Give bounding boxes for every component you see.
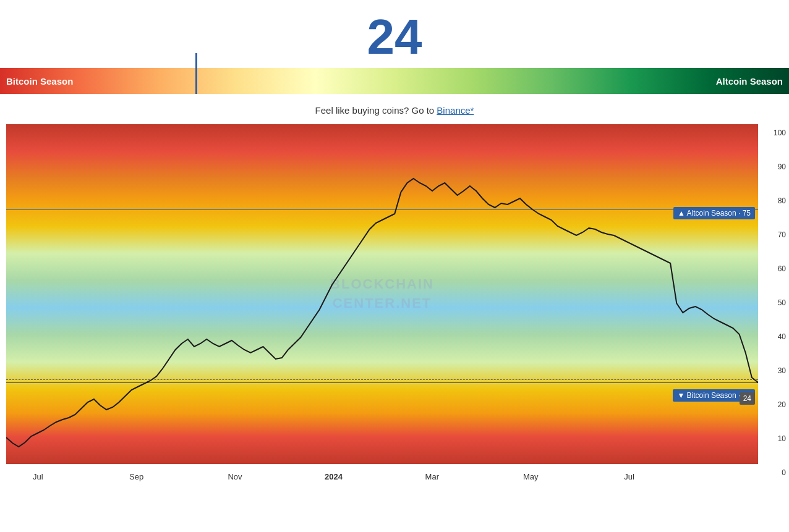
score-indicator-line [195, 53, 197, 68]
y-tick-10: 10 [778, 434, 786, 443]
promo-text: Feel like buying coins? Go to Binance* [0, 94, 789, 124]
x-axis: Jul Sep Nov 2024 Mar May Jul [0, 464, 758, 489]
y-axis: 100 90 80 70 60 50 40 30 20 10 0 [758, 124, 789, 464]
y-tick-40: 40 [778, 332, 786, 341]
score-value: 24 [0, 12, 789, 62]
x-label-sep: Sep [129, 472, 143, 481]
x-label-may: May [523, 472, 539, 481]
altcoin-season-label: Altcoin Season [716, 76, 783, 87]
bitcoin-season-label: Bitcoin Season [6, 76, 73, 87]
current-value-badge: 24 [740, 392, 755, 405]
y-tick-60: 60 [778, 264, 786, 273]
gradient-bar [0, 68, 789, 94]
x-label-jul2: Jul [624, 472, 634, 481]
y-tick-30: 30 [778, 366, 786, 375]
gradient-bar-wrapper: Bitcoin Season Altcoin Season [0, 68, 789, 94]
x-label-jul1: Jul [33, 472, 43, 481]
y-tick-80: 80 [778, 196, 786, 205]
y-tick-20: 20 [778, 400, 786, 409]
x-label-nov: Nov [228, 472, 242, 481]
y-tick-50: 50 [778, 298, 786, 307]
x-label-2024: 2024 [325, 472, 343, 481]
y-tick-90: 90 [778, 163, 786, 171]
binance-link[interactable]: Binance* [437, 105, 474, 116]
altcoin-season-badge: ▲ Altcoin Season · 75 [673, 207, 755, 219]
y-tick-0: 0 [782, 468, 786, 477]
y-tick-70: 70 [778, 230, 786, 239]
chart-svg [6, 124, 758, 464]
chart-wrapper: BLOCKCHAINCENTER.NET 100 90 80 70 60 50 … [0, 124, 789, 489]
promo-prefix: Feel like buying coins? Go to [315, 105, 437, 116]
gradient-bar-pointer [195, 68, 197, 94]
x-label-mar: Mar [425, 472, 439, 481]
chart-area: BLOCKCHAINCENTER.NET [6, 124, 758, 464]
score-container: 24 [0, 0, 789, 68]
y-tick-100: 100 [774, 129, 786, 137]
